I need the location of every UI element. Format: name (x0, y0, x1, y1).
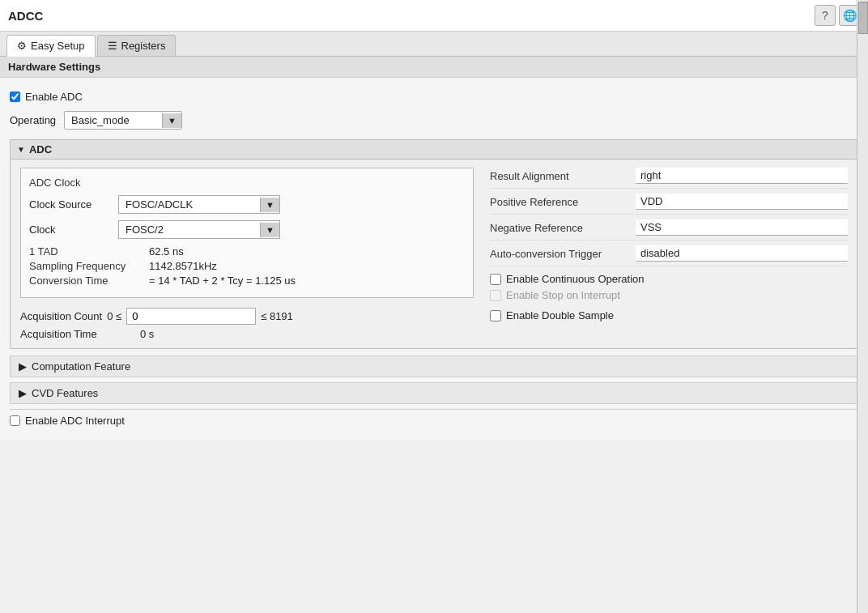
result-alignment-value: right (636, 168, 848, 184)
adc-collapse-icon[interactable]: ▼ (17, 145, 25, 154)
cvd-features-header[interactable]: ▶ CVD Features (11, 383, 857, 403)
clock-row: Clock FOSC/2 ▼ (29, 220, 465, 239)
adc-group: ▼ ADC ADC Clock Clock Source FOSC/ADCLK (10, 139, 858, 349)
sampling-label: Sampling Frequency (29, 260, 143, 272)
acquisition-count-pre-label: Acquisition Count (20, 310, 102, 322)
enable-adc-interrupt-row: Enable ADC Interrupt (10, 409, 858, 432)
enable-stop-checkbox[interactable] (490, 290, 501, 301)
clock-label: Clock (29, 223, 118, 236)
acquisition-min-label: 0 ≤ (107, 310, 121, 322)
acquisition-count-row: Acquisition Count 0 ≤ ≤ 8191 (20, 308, 474, 325)
positive-reference-value: VDD (636, 194, 848, 210)
enable-continuous-label: Enable Continuous Operation (506, 273, 645, 285)
clock-select[interactable]: FOSC/2 ▼ (118, 220, 280, 239)
auto-conversion-value: disabled (636, 245, 848, 262)
main-content: Enable ADC Operating Basic_mode ▼ ▼ ADC (0, 78, 868, 440)
enable-stop-row: Enable Stop on Interrupt (490, 289, 848, 301)
enable-double-row: Enable Double Sample (490, 309, 848, 321)
enable-double-checkbox[interactable] (490, 310, 501, 321)
clock-source-arrow[interactable]: ▼ (260, 198, 279, 212)
scroll-thumb[interactable] (858, 2, 868, 34)
acquisition-time-row: Acquisition Time 0 s (20, 328, 474, 340)
clock-source-select[interactable]: FOSC/ADCLK ▼ (118, 195, 280, 214)
tab-easy-setup[interactable]: ⚙ Easy Setup (6, 35, 96, 57)
registers-label: Registers (121, 40, 166, 52)
clock-arrow[interactable]: ▼ (260, 223, 279, 237)
enable-stop-label: Enable Stop on Interrupt (506, 289, 620, 301)
acquisition-time-value: 0 s (140, 328, 154, 340)
conversion-value: = 14 * TAD + 2 * Tcy = 1.125 us (149, 275, 296, 287)
cvd-features-label: CVD Features (32, 387, 98, 399)
clock-box: ADC Clock Clock Source FOSC/ADCLK ▼ Cloc… (20, 168, 474, 298)
adc-left-panel: ADC Clock Clock Source FOSC/ADCLK ▼ Cloc… (20, 168, 474, 340)
computation-feature-collapse-icon: ▶ (19, 360, 27, 372)
tabs-bar: ⚙ Easy Setup ☰ Registers (0, 32, 868, 57)
sampling-value: 1142.8571kHz (149, 260, 217, 272)
clock-source-label: Clock Source (29, 198, 118, 211)
title-bar-buttons: ? 🌐 (815, 5, 860, 26)
enable-double-label: Enable Double Sample (506, 309, 614, 321)
positive-reference-row: Positive Reference VDD (490, 194, 848, 215)
easy-setup-icon: ⚙ (17, 40, 27, 52)
clock-box-header: ADC Clock (29, 177, 465, 189)
computation-feature-header[interactable]: ▶ Computation Feature (11, 356, 857, 377)
negative-reference-label: Negative Reference (490, 222, 636, 234)
app-title: ADCC (8, 9, 43, 23)
result-alignment-row: Result Alignment right (490, 168, 848, 189)
result-alignment-label: Result Alignment (490, 170, 636, 182)
enable-adc-interrupt-checkbox[interactable] (10, 415, 20, 426)
help-button[interactable]: ? (815, 5, 836, 26)
cvd-features-section: ▶ CVD Features (10, 382, 858, 404)
hardware-settings-header: Hardware Settings (0, 57, 868, 78)
conversion-row: Conversion Time = 14 * TAD + 2 * Tcy = 1… (29, 275, 465, 287)
acquisition-max-label: ≤ 8191 (261, 310, 293, 322)
acquisition-time-label: Acquisition Time (20, 328, 134, 340)
info-rows: 1 TAD 62.5 ns Sampling Frequency 1142.85… (29, 245, 465, 287)
tad-row: 1 TAD 62.5 ns (29, 245, 465, 258)
negative-reference-row: Negative Reference VSS (490, 219, 848, 241)
scrollbar[interactable] (857, 0, 868, 613)
enable-adc-interrupt-label: Enable ADC Interrupt (25, 415, 125, 427)
adc-group-header: ▼ ADC (11, 140, 857, 160)
adc-group-body: ADC Clock Clock Source FOSC/ADCLK ▼ Cloc… (11, 160, 857, 348)
tad-value: 62.5 ns (149, 245, 184, 258)
easy-setup-label: Easy Setup (31, 40, 85, 52)
adc-group-label: ADC (29, 143, 52, 155)
clock-value: FOSC/2 (119, 221, 260, 238)
tab-registers[interactable]: ☰ Registers (97, 35, 177, 56)
auto-conversion-label: Auto-conversion Trigger (490, 248, 636, 260)
sampling-row: Sampling Frequency 1142.8571kHz (29, 260, 465, 272)
acquisition-count-input[interactable] (126, 308, 256, 325)
clock-source-row: Clock Source FOSC/ADCLK ▼ (29, 195, 465, 214)
operating-value: Basic_mode (65, 112, 162, 129)
operating-label: Operating (10, 114, 56, 126)
cvd-features-collapse-icon: ▶ (19, 387, 27, 399)
adc-right-panel: Result Alignment right Positive Referenc… (490, 168, 848, 340)
enable-adc-label: Enable ADC (25, 91, 83, 103)
enable-adc-checkbox[interactable] (10, 92, 20, 102)
operating-row: Operating Basic_mode ▼ (10, 108, 858, 136)
registers-icon: ☰ (108, 40, 117, 52)
enable-continuous-row: Enable Continuous Operation (490, 273, 848, 285)
auto-conversion-row: Auto-conversion Trigger disabled (490, 245, 848, 266)
enable-adc-row: Enable ADC (10, 86, 858, 108)
positive-reference-label: Positive Reference (490, 196, 636, 208)
operating-arrow[interactable]: ▼ (162, 113, 181, 128)
title-bar: ADCC ? 🌐 (0, 0, 868, 32)
operating-select[interactable]: Basic_mode ▼ (64, 111, 182, 130)
tad-label: 1 TAD (29, 245, 143, 258)
enable-continuous-checkbox[interactable] (490, 274, 501, 285)
computation-feature-label: Computation Feature (32, 360, 130, 372)
computation-feature-section: ▶ Computation Feature (10, 355, 858, 377)
clock-source-value: FOSC/ADCLK (119, 196, 260, 213)
conversion-label: Conversion Time (29, 275, 143, 287)
negative-reference-value: VSS (636, 219, 848, 236)
